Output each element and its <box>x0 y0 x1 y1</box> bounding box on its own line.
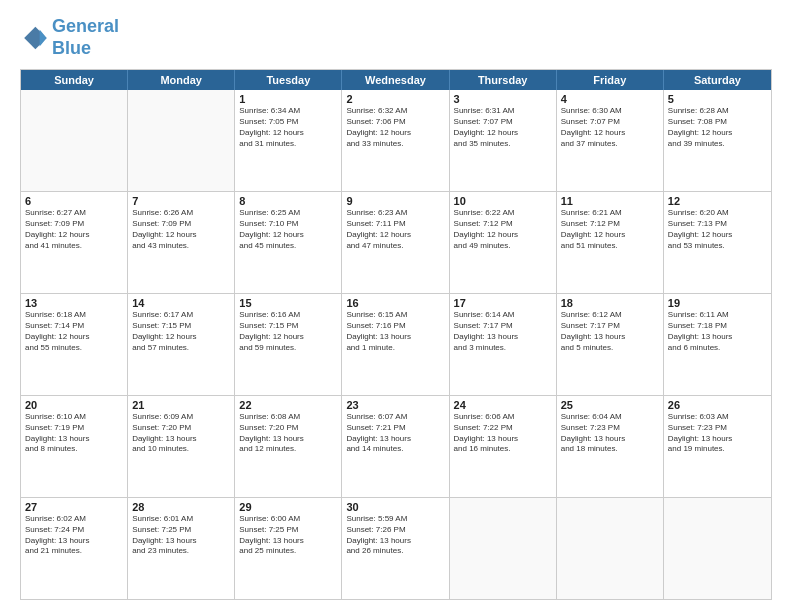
header-cell-monday: Monday <box>128 70 235 90</box>
day-cell-21: 21Sunrise: 6:09 AM Sunset: 7:20 PM Dayli… <box>128 396 235 497</box>
day-number: 15 <box>239 297 337 309</box>
day-number: 2 <box>346 93 444 105</box>
day-cell-10: 10Sunrise: 6:22 AM Sunset: 7:12 PM Dayli… <box>450 192 557 293</box>
day-info: Sunrise: 6:15 AM Sunset: 7:16 PM Dayligh… <box>346 310 444 353</box>
day-info: Sunrise: 6:23 AM Sunset: 7:11 PM Dayligh… <box>346 208 444 251</box>
day-info: Sunrise: 5:59 AM Sunset: 7:26 PM Dayligh… <box>346 514 444 557</box>
day-number: 16 <box>346 297 444 309</box>
logo: General Blue <box>20 16 119 59</box>
day-cell-8: 8Sunrise: 6:25 AM Sunset: 7:10 PM Daylig… <box>235 192 342 293</box>
day-number: 10 <box>454 195 552 207</box>
empty-cell <box>557 498 664 599</box>
svg-marker-1 <box>40 29 47 46</box>
day-info: Sunrise: 6:22 AM Sunset: 7:12 PM Dayligh… <box>454 208 552 251</box>
calendar-row-4: 20Sunrise: 6:10 AM Sunset: 7:19 PM Dayli… <box>21 396 771 498</box>
day-number: 29 <box>239 501 337 513</box>
day-info: Sunrise: 6:02 AM Sunset: 7:24 PM Dayligh… <box>25 514 123 557</box>
day-cell-20: 20Sunrise: 6:10 AM Sunset: 7:19 PM Dayli… <box>21 396 128 497</box>
day-number: 3 <box>454 93 552 105</box>
day-number: 12 <box>668 195 767 207</box>
day-cell-1: 1Sunrise: 6:34 AM Sunset: 7:05 PM Daylig… <box>235 90 342 191</box>
day-number: 18 <box>561 297 659 309</box>
day-cell-7: 7Sunrise: 6:26 AM Sunset: 7:09 PM Daylig… <box>128 192 235 293</box>
day-cell-24: 24Sunrise: 6:06 AM Sunset: 7:22 PM Dayli… <box>450 396 557 497</box>
day-cell-2: 2Sunrise: 6:32 AM Sunset: 7:06 PM Daylig… <box>342 90 449 191</box>
day-cell-28: 28Sunrise: 6:01 AM Sunset: 7:25 PM Dayli… <box>128 498 235 599</box>
day-number: 8 <box>239 195 337 207</box>
empty-cell <box>21 90 128 191</box>
day-number: 26 <box>668 399 767 411</box>
day-number: 6 <box>25 195 123 207</box>
day-info: Sunrise: 6:34 AM Sunset: 7:05 PM Dayligh… <box>239 106 337 149</box>
day-cell-18: 18Sunrise: 6:12 AM Sunset: 7:17 PM Dayli… <box>557 294 664 395</box>
day-info: Sunrise: 6:30 AM Sunset: 7:07 PM Dayligh… <box>561 106 659 149</box>
day-info: Sunrise: 6:27 AM Sunset: 7:09 PM Dayligh… <box>25 208 123 251</box>
day-info: Sunrise: 6:12 AM Sunset: 7:17 PM Dayligh… <box>561 310 659 353</box>
day-number: 20 <box>25 399 123 411</box>
day-info: Sunrise: 6:04 AM Sunset: 7:23 PM Dayligh… <box>561 412 659 455</box>
empty-cell <box>664 498 771 599</box>
day-info: Sunrise: 6:06 AM Sunset: 7:22 PM Dayligh… <box>454 412 552 455</box>
day-cell-3: 3Sunrise: 6:31 AM Sunset: 7:07 PM Daylig… <box>450 90 557 191</box>
day-cell-9: 9Sunrise: 6:23 AM Sunset: 7:11 PM Daylig… <box>342 192 449 293</box>
logo-icon <box>20 24 48 52</box>
day-cell-17: 17Sunrise: 6:14 AM Sunset: 7:17 PM Dayli… <box>450 294 557 395</box>
day-info: Sunrise: 6:00 AM Sunset: 7:25 PM Dayligh… <box>239 514 337 557</box>
day-cell-25: 25Sunrise: 6:04 AM Sunset: 7:23 PM Dayli… <box>557 396 664 497</box>
day-number: 30 <box>346 501 444 513</box>
header-cell-sunday: Sunday <box>21 70 128 90</box>
day-number: 1 <box>239 93 337 105</box>
calendar-row-2: 6Sunrise: 6:27 AM Sunset: 7:09 PM Daylig… <box>21 192 771 294</box>
day-number: 11 <box>561 195 659 207</box>
day-cell-12: 12Sunrise: 6:20 AM Sunset: 7:13 PM Dayli… <box>664 192 771 293</box>
day-cell-14: 14Sunrise: 6:17 AM Sunset: 7:15 PM Dayli… <box>128 294 235 395</box>
day-number: 27 <box>25 501 123 513</box>
day-info: Sunrise: 6:03 AM Sunset: 7:23 PM Dayligh… <box>668 412 767 455</box>
day-info: Sunrise: 6:26 AM Sunset: 7:09 PM Dayligh… <box>132 208 230 251</box>
day-cell-15: 15Sunrise: 6:16 AM Sunset: 7:15 PM Dayli… <box>235 294 342 395</box>
day-number: 22 <box>239 399 337 411</box>
day-cell-5: 5Sunrise: 6:28 AM Sunset: 7:08 PM Daylig… <box>664 90 771 191</box>
day-number: 23 <box>346 399 444 411</box>
day-cell-26: 26Sunrise: 6:03 AM Sunset: 7:23 PM Dayli… <box>664 396 771 497</box>
empty-cell <box>128 90 235 191</box>
day-number: 5 <box>668 93 767 105</box>
day-info: Sunrise: 6:14 AM Sunset: 7:17 PM Dayligh… <box>454 310 552 353</box>
day-info: Sunrise: 6:31 AM Sunset: 7:07 PM Dayligh… <box>454 106 552 149</box>
day-cell-29: 29Sunrise: 6:00 AM Sunset: 7:25 PM Dayli… <box>235 498 342 599</box>
day-info: Sunrise: 6:08 AM Sunset: 7:20 PM Dayligh… <box>239 412 337 455</box>
header-cell-friday: Friday <box>557 70 664 90</box>
day-info: Sunrise: 6:25 AM Sunset: 7:10 PM Dayligh… <box>239 208 337 251</box>
day-info: Sunrise: 6:11 AM Sunset: 7:18 PM Dayligh… <box>668 310 767 353</box>
day-info: Sunrise: 6:16 AM Sunset: 7:15 PM Dayligh… <box>239 310 337 353</box>
day-number: 24 <box>454 399 552 411</box>
day-info: Sunrise: 6:01 AM Sunset: 7:25 PM Dayligh… <box>132 514 230 557</box>
header-cell-saturday: Saturday <box>664 70 771 90</box>
day-cell-27: 27Sunrise: 6:02 AM Sunset: 7:24 PM Dayli… <box>21 498 128 599</box>
day-cell-23: 23Sunrise: 6:07 AM Sunset: 7:21 PM Dayli… <box>342 396 449 497</box>
day-number: 14 <box>132 297 230 309</box>
day-number: 25 <box>561 399 659 411</box>
day-cell-6: 6Sunrise: 6:27 AM Sunset: 7:09 PM Daylig… <box>21 192 128 293</box>
calendar-body: 1Sunrise: 6:34 AM Sunset: 7:05 PM Daylig… <box>21 90 771 599</box>
day-info: Sunrise: 6:10 AM Sunset: 7:19 PM Dayligh… <box>25 412 123 455</box>
day-info: Sunrise: 6:17 AM Sunset: 7:15 PM Dayligh… <box>132 310 230 353</box>
calendar-row-3: 13Sunrise: 6:18 AM Sunset: 7:14 PM Dayli… <box>21 294 771 396</box>
day-number: 13 <box>25 297 123 309</box>
day-cell-22: 22Sunrise: 6:08 AM Sunset: 7:20 PM Dayli… <box>235 396 342 497</box>
calendar-row-1: 1Sunrise: 6:34 AM Sunset: 7:05 PM Daylig… <box>21 90 771 192</box>
day-number: 28 <box>132 501 230 513</box>
day-number: 17 <box>454 297 552 309</box>
day-info: Sunrise: 6:18 AM Sunset: 7:14 PM Dayligh… <box>25 310 123 353</box>
calendar-row-5: 27Sunrise: 6:02 AM Sunset: 7:24 PM Dayli… <box>21 498 771 599</box>
day-info: Sunrise: 6:20 AM Sunset: 7:13 PM Dayligh… <box>668 208 767 251</box>
calendar: SundayMondayTuesdayWednesdayThursdayFrid… <box>20 69 772 600</box>
day-number: 19 <box>668 297 767 309</box>
header-cell-tuesday: Tuesday <box>235 70 342 90</box>
day-number: 7 <box>132 195 230 207</box>
day-cell-16: 16Sunrise: 6:15 AM Sunset: 7:16 PM Dayli… <box>342 294 449 395</box>
day-info: Sunrise: 6:07 AM Sunset: 7:21 PM Dayligh… <box>346 412 444 455</box>
day-info: Sunrise: 6:32 AM Sunset: 7:06 PM Dayligh… <box>346 106 444 149</box>
day-number: 4 <box>561 93 659 105</box>
day-cell-30: 30Sunrise: 5:59 AM Sunset: 7:26 PM Dayli… <box>342 498 449 599</box>
